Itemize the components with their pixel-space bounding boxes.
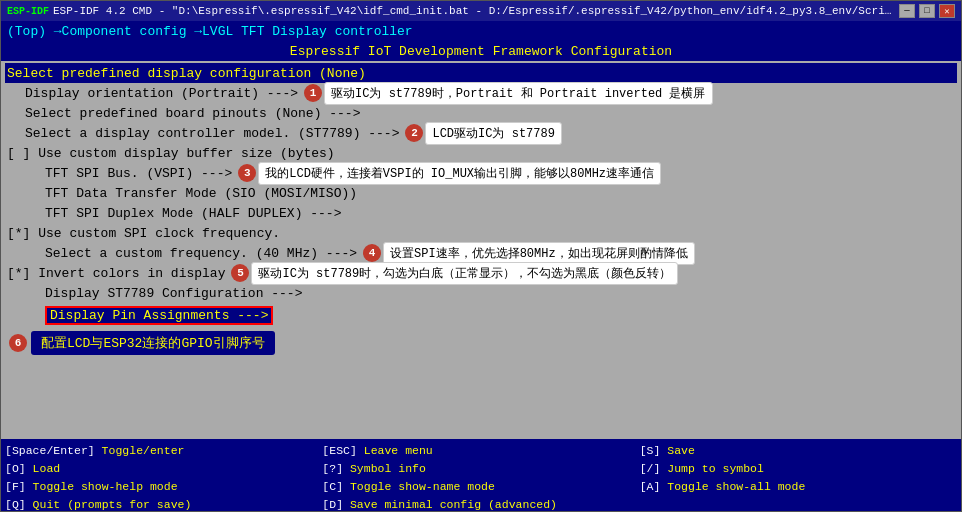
annotation-1: 1 驱动IC为 st7789时，Portrait 和 Portrait inve… — [304, 82, 712, 105]
footer-row-3: [F] Toggle show-help mode [C] Toggle sho… — [5, 477, 957, 495]
display-pin-box: Display Pin Assignments ---> — [45, 306, 273, 325]
menu-item-line13[interactable]: Display Pin Assignments ---> — [5, 305, 957, 325]
footer-col-2-1: [O] Load — [5, 462, 322, 475]
menu-item-line11[interactable]: [*] Invert colors in display 5 驱动IC为 st7… — [5, 263, 957, 283]
menu-item-line7[interactable]: TFT Data Transfer Mode (SIO (MOSI/MISO)) — [5, 183, 957, 203]
annotation-2: 2 LCD驱动IC为 st7789 — [405, 122, 561, 145]
menu-item-line4[interactable]: Select a display controller model. (ST77… — [5, 123, 957, 143]
title-bar: ESP-IDF ESP-IDF 4.2 CMD - "D:\Espressif\… — [1, 1, 961, 21]
footer-col-3-3: [A] Toggle show-all mode — [640, 480, 957, 493]
footer-col-2-2: [?] Symbol info — [322, 462, 639, 475]
footer-col-4-1: [Q] Quit (prompts for save) — [5, 498, 322, 511]
menu-item-line5[interactable]: [ ] Use custom display buffer size (byte… — [5, 143, 957, 163]
minimize-button[interactable]: — — [899, 4, 915, 18]
maximize-button[interactable]: □ — [919, 4, 935, 18]
title-controls: — □ ✕ — [899, 4, 955, 18]
footer-col-1-1: [Space/Enter] Toggle/enter — [5, 444, 322, 457]
menu-item-line6[interactable]: TFT SPI Bus. (VSPI) ---> 3 我的LCD硬件，连接着VS… — [5, 163, 957, 183]
close-button[interactable]: ✕ — [939, 4, 955, 18]
footer-col-3-2: [C] Toggle show-name mode — [322, 480, 639, 493]
main-content: Select predefined display configuration … — [1, 61, 961, 439]
annotation-3: 3 我的LCD硬件，连接着VSPI的 IO_MUX输出引脚，能够以80MHz速率… — [238, 162, 661, 185]
annotation-6-text: 配置LCD与ESP32连接的GPIO引脚序号 — [31, 331, 275, 355]
title-bar-text: ESP-IDF 4.2 CMD - "D:\Espressif\.espress… — [53, 5, 895, 17]
footer-row-1: [Space/Enter] Toggle/enter [ESC] Leave m… — [5, 441, 957, 459]
footer: [Space/Enter] Toggle/enter [ESC] Leave m… — [1, 439, 961, 511]
subtitle: Espressif IoT Development Framework Conf… — [1, 41, 961, 61]
footer-col-3-1: [F] Toggle show-help mode — [5, 480, 322, 493]
menu-item-line10[interactable]: Select a custom frequency. (40 MHz) --->… — [5, 243, 957, 263]
menu-item-line2[interactable]: Display orientation (Portrait) ---> 1 驱动… — [5, 83, 957, 103]
footer-col-4-2: [D] Save minimal config (advanced) — [322, 498, 639, 511]
breadcrumb: (Top) →Component config →LVGL TFT Displa… — [1, 21, 961, 41]
footer-row-4: [Q] Quit (prompts for save) [D] Save min… — [5, 495, 957, 512]
annotation-5: 5 驱动IC为 st7789时，勾选为白底（正常显示），不勾选为黑底（颜色反转） — [231, 262, 678, 285]
footer-col-1-2: [ESC] Leave menu — [322, 444, 639, 457]
menu-item-line9[interactable]: [*] Use custom SPI clock frequency. — [5, 223, 957, 243]
window: ESP-IDF ESP-IDF 4.2 CMD - "D:\Espressif\… — [0, 0, 962, 512]
annotation-6-row: 6 配置LCD与ESP32连接的GPIO引脚序号 — [9, 331, 957, 355]
menu-item-line12[interactable]: Display ST7789 Configuration ---> — [5, 283, 957, 303]
menu-item-line8[interactable]: TFT SPI Duplex Mode (HALF DUPLEX) ---> — [5, 203, 957, 223]
footer-row-2: [O] Load [?] Symbol info [/] Jump to sym… — [5, 459, 957, 477]
footer-col-2-3: [/] Jump to symbol — [640, 462, 957, 475]
menu-item-line1[interactable]: Select predefined display configuration … — [5, 63, 957, 83]
title-bar-icon: ESP-IDF — [7, 6, 49, 17]
menu-item-line3[interactable]: Select predefined board pinouts (None) -… — [5, 103, 957, 123]
footer-col-1-3: [S] Save — [640, 444, 957, 457]
